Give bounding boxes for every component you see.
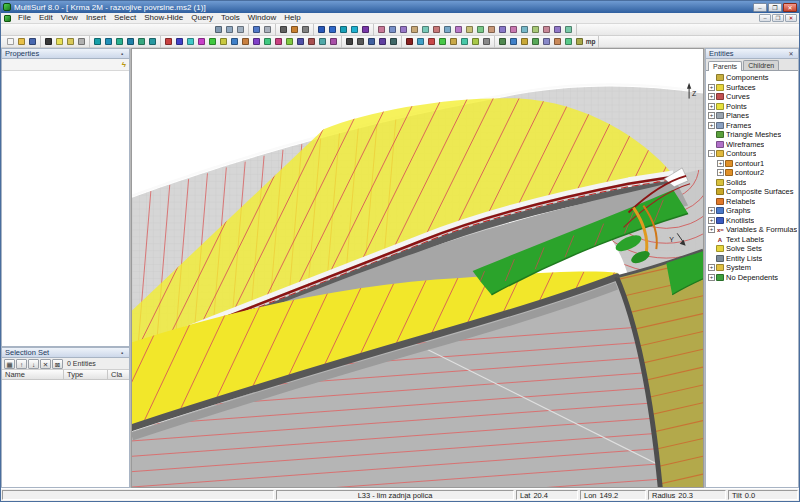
menu-view[interactable]: View bbox=[57, 13, 82, 23]
toolbar-button-r2-3-14[interactable] bbox=[317, 36, 328, 47]
toolbar-button-r1-4-1[interactable] bbox=[387, 24, 398, 35]
toolbar-button-r2-3-9[interactable] bbox=[262, 36, 273, 47]
tree-item-contours[interactable]: -Contours bbox=[708, 149, 798, 159]
toolbar-button-r2-3-0[interactable] bbox=[163, 36, 174, 47]
undo-button[interactable] bbox=[251, 24, 262, 35]
selection-set-header[interactable]: Selection Set ▪ bbox=[2, 348, 129, 358]
expand-icon[interactable]: + bbox=[717, 169, 724, 176]
toolbar-button-r2-4-2[interactable] bbox=[366, 36, 377, 47]
menu-edit[interactable]: Edit bbox=[35, 13, 57, 23]
toolbar-button-r1-4-0[interactable] bbox=[376, 24, 387, 35]
select-poly-button[interactable] bbox=[65, 36, 76, 47]
tree-item-composite-surfaces[interactable]: Composite Surfaces bbox=[708, 187, 798, 197]
close-icon[interactable]: ✕ bbox=[787, 50, 795, 57]
mp-button[interactable]: mp bbox=[585, 36, 596, 47]
toolbar-button-r2-4-1[interactable] bbox=[355, 36, 366, 47]
expand-icon[interactable]: + bbox=[708, 226, 715, 233]
toolbar-button-r2-4-3[interactable] bbox=[377, 36, 388, 47]
tree-item-relabels[interactable]: Relabels bbox=[708, 197, 798, 207]
zoom-box-button[interactable] bbox=[76, 36, 87, 47]
toolbar-button-r1-4-3[interactable] bbox=[409, 24, 420, 35]
tree-item-solve-sets[interactable]: Solve Sets bbox=[708, 244, 798, 254]
swap-button[interactable] bbox=[289, 24, 300, 35]
toolbar-button-r2-3-5[interactable] bbox=[218, 36, 229, 47]
column-name[interactable]: Name bbox=[2, 370, 64, 379]
expand-icon[interactable]: + bbox=[708, 264, 715, 271]
tree-item-solids[interactable]: Solids bbox=[708, 178, 798, 188]
tree-item-graphs[interactable]: +Graphs bbox=[708, 206, 798, 216]
selection-set-body[interactable] bbox=[2, 380, 129, 487]
toolbar-button-r2-6-6[interactable] bbox=[563, 36, 574, 47]
view-iso-button[interactable] bbox=[349, 24, 360, 35]
toolbar-button-r2-5-6[interactable] bbox=[470, 36, 481, 47]
tree-item-points[interactable]: +Points bbox=[708, 102, 798, 112]
properties-header[interactable]: Properties ▪ bbox=[2, 49, 129, 59]
tree-item-no-dependents[interactable]: +No Dependents bbox=[708, 273, 798, 283]
toolbar-button-r2-3-1[interactable] bbox=[174, 36, 185, 47]
font-button[interactable] bbox=[278, 24, 289, 35]
tree-item-entity-lists[interactable]: Entity Lists bbox=[708, 254, 798, 264]
toolbar-button-r2-2-3[interactable] bbox=[125, 36, 136, 47]
expand-icon[interactable]: + bbox=[708, 84, 715, 91]
toolbar-button-r2-6-5[interactable] bbox=[552, 36, 563, 47]
redo-button[interactable] bbox=[262, 24, 273, 35]
menu-window[interactable]: Window bbox=[244, 13, 280, 23]
list-view-button[interactable]: ▦ bbox=[4, 359, 15, 369]
toolbar-button-r2-3-8[interactable] bbox=[251, 36, 262, 47]
expand-icon[interactable]: + bbox=[717, 160, 724, 167]
menu-show-hide[interactable]: Show-Hide bbox=[140, 13, 187, 23]
toolbar-button-r2-5-2[interactable] bbox=[426, 36, 437, 47]
tree-item-text-labels[interactable]: AText Labels bbox=[708, 235, 798, 245]
column-class[interactable]: Cla bbox=[108, 370, 129, 379]
move-down-button[interactable]: ↓ bbox=[28, 359, 39, 369]
move-up-button[interactable]: ↑ bbox=[16, 359, 27, 369]
tree-item-planes[interactable]: +Planes bbox=[708, 111, 798, 121]
toolbar-button-r2-6-3[interactable] bbox=[530, 36, 541, 47]
save-all-button[interactable] bbox=[224, 24, 235, 35]
toolbar-button-r1-4-2[interactable] bbox=[398, 24, 409, 35]
copy-button[interactable] bbox=[213, 24, 224, 35]
tree-item-system[interactable]: +System bbox=[708, 263, 798, 273]
toolbar-button-r1-4-11[interactable] bbox=[497, 24, 508, 35]
tree-item-surfaces[interactable]: +Surfaces bbox=[708, 83, 798, 93]
menu-help[interactable]: Help bbox=[280, 13, 304, 23]
toolbar-button-r2-6-7[interactable] bbox=[574, 36, 585, 47]
tree-item-knotlists[interactable]: +Knotlists bbox=[708, 216, 798, 226]
select-box-button[interactable] bbox=[54, 36, 65, 47]
open-file-button[interactable] bbox=[16, 36, 27, 47]
entities-header[interactable]: Entities ✕ bbox=[706, 49, 798, 59]
viewport-canvas[interactable]: Z Y bbox=[132, 49, 703, 487]
toolbar-button-r2-5-5[interactable] bbox=[459, 36, 470, 47]
tree-item-curves[interactable]: +Curves bbox=[708, 92, 798, 102]
toolbar-button-r1-4-16[interactable] bbox=[552, 24, 563, 35]
expand-icon[interactable]: + bbox=[708, 93, 715, 100]
toolbar-button-r2-2-0[interactable] bbox=[92, 36, 103, 47]
expand-icon[interactable]: + bbox=[708, 112, 715, 119]
expand-icon[interactable]: + bbox=[708, 122, 715, 129]
toolbar-button-r1-4-4[interactable] bbox=[420, 24, 431, 35]
toolbar-button-r2-3-3[interactable] bbox=[196, 36, 207, 47]
pin-icon[interactable]: ▪ bbox=[118, 51, 126, 57]
toolbar-button-r1-4-17[interactable] bbox=[563, 24, 574, 35]
tree-item-variables-formulas[interactable]: +x=Variables & Formulas bbox=[708, 225, 798, 235]
toolbar-button-r1-4-15[interactable] bbox=[541, 24, 552, 35]
toolbar-button-r2-3-4[interactable] bbox=[207, 36, 218, 47]
toolbar-button-r2-6-0[interactable] bbox=[497, 36, 508, 47]
toolbar-button-r1-4-9[interactable] bbox=[475, 24, 486, 35]
view-front-button[interactable] bbox=[316, 24, 327, 35]
document-icon[interactable] bbox=[4, 15, 11, 22]
collapse-icon[interactable]: - bbox=[708, 150, 715, 157]
tree-item-frames[interactable]: +Frames bbox=[708, 121, 798, 131]
viewport[interactable]: Z Y bbox=[131, 48, 704, 488]
toolbar-button-r2-2-4[interactable] bbox=[136, 36, 147, 47]
menu-query[interactable]: Query bbox=[187, 13, 217, 23]
view-side-button[interactable] bbox=[327, 24, 338, 35]
mdi-close-button[interactable]: ✕ bbox=[785, 14, 797, 22]
view-home-button[interactable] bbox=[360, 24, 371, 35]
toolbar-button-r2-3-12[interactable] bbox=[295, 36, 306, 47]
tree-item-contour2[interactable]: +contour2 bbox=[708, 168, 798, 178]
toolbar-button-r2-5-3[interactable] bbox=[437, 36, 448, 47]
mdi-restore-button[interactable]: ❐ bbox=[772, 14, 784, 22]
toolbar-button-r2-5-1[interactable] bbox=[415, 36, 426, 47]
toolbar-button-r2-3-11[interactable] bbox=[284, 36, 295, 47]
